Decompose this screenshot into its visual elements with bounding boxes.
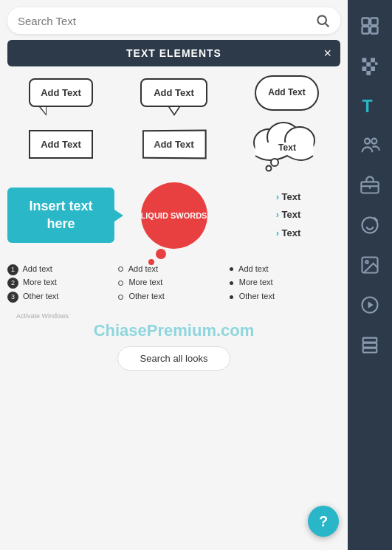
- cloud-svg: Text: [247, 117, 328, 172]
- list-numbered-item-3: 3 Other text: [7, 289, 118, 303]
- sidebar-icon-video[interactable]: [351, 286, 388, 323]
- list-numbered[interactable]: 1 Add text 2 More text 3 Other text: [7, 262, 118, 303]
- watermark-text: ChiasePremium.com: [13, 321, 334, 340]
- bubble-cell-1-1: Add Text: [7, 78, 114, 107]
- speech-bubble-left[interactable]: Add Text: [29, 78, 93, 107]
- sidebar-icon-grid[interactable]: [351, 7, 388, 44]
- svg-rect-4: [362, 58, 367, 63]
- search-bar: [7, 7, 340, 34]
- list-solid[interactable]: Add text More text Other text: [230, 262, 340, 303]
- bubble-cell-2-3: Text: [233, 117, 340, 172]
- main-content: TEXT ELEMENTS × Add Text Add Text: [0, 0, 348, 550]
- sidebar-icon-tools[interactable]: [351, 167, 388, 204]
- svg-text:Text: Text: [278, 142, 296, 153]
- bubble-cell-3-1: Insert text here: [7, 175, 114, 256]
- search-button[interactable]: [315, 13, 330, 28]
- svg-rect-0: [362, 18, 369, 25]
- close-button[interactable]: ×: [323, 47, 331, 60]
- sidebar-icon-pattern[interactable]: [351, 47, 388, 84]
- sidebar-icon-group[interactable]: [351, 127, 388, 164]
- svg-point-24: [317, 16, 326, 24]
- num-2: 2: [7, 278, 18, 289]
- list-hollow[interactable]: Add text More text Other text: [118, 262, 229, 303]
- list-solid-item-1: Add text: [230, 262, 340, 276]
- svg-text:T: T: [362, 97, 373, 116]
- bottom-search: Search all looks: [7, 342, 340, 375]
- section-header: TEXT ELEMENTS ×: [7, 40, 340, 66]
- num-3: 3: [7, 292, 18, 303]
- svg-rect-10: [366, 71, 371, 75]
- sidebar-icon-gallery[interactable]: [351, 247, 388, 283]
- bubble-cell-2-1: Add Text: [7, 130, 114, 159]
- bubble-cell-1-3: Add Text: [233, 75, 340, 111]
- speech-bubble-bottom[interactable]: Add Text: [140, 78, 207, 107]
- list-solid-item-2: More text: [230, 275, 340, 289]
- speech-bubble-cloud[interactable]: Text: [247, 117, 328, 172]
- svg-rect-5: [371, 58, 375, 63]
- bullet-list-item-2: › Text: [276, 206, 301, 224]
- bullet-list-item-3: › Text: [276, 224, 301, 243]
- bubble-cell-3-3: › Text › Text › Text: [233, 175, 340, 256]
- bubble-row-1: Add Text Add Text Add Text: [7, 75, 340, 111]
- list-solid-item-3: Other text: [230, 289, 340, 303]
- svg-point-33: [266, 165, 271, 171]
- svg-point-13: [371, 139, 376, 144]
- search-input[interactable]: [18, 15, 315, 27]
- sidebar-icon-sticker[interactable]: [351, 207, 388, 244]
- svg-rect-2: [362, 27, 369, 33]
- list-hollow-item-2: More text: [118, 275, 229, 289]
- svg-rect-6: [366, 62, 371, 66]
- svg-rect-7: [375, 62, 378, 65]
- right-sidebar: T: [348, 0, 392, 550]
- sidebar-icon-layers[interactable]: [351, 326, 388, 363]
- list-hollow-item-1: Add text: [118, 262, 229, 276]
- bubble-teal[interactable]: Insert text here: [7, 188, 114, 243]
- hollow-dot-2: [118, 281, 123, 286]
- svg-marker-20: [368, 301, 374, 308]
- svg-point-12: [365, 139, 370, 144]
- solid-dot-3: [230, 295, 233, 299]
- bubble-row-3: Insert text here LIQUID SWORDS › Text › …: [7, 175, 340, 256]
- svg-rect-23: [363, 348, 377, 353]
- svg-rect-22: [363, 343, 377, 348]
- search-all-button[interactable]: Search all looks: [117, 346, 231, 371]
- bubble-row-2: Add Text Add Text: [7, 117, 340, 172]
- svg-rect-8: [362, 66, 367, 71]
- hollow-dot-3: [118, 295, 123, 300]
- svg-point-18: [365, 261, 368, 264]
- svg-point-32: [271, 159, 278, 166]
- list-row: 1 Add text 2 More text 3 Other text Add …: [7, 262, 340, 303]
- bubble-circle-red-text: LIQUID SWORDS: [141, 211, 207, 220]
- bubble-cell-1-2: Add Text: [120, 78, 227, 107]
- bubble-circle-red[interactable]: LIQUID SWORDS: [141, 182, 207, 249]
- hollow-dot-1: [118, 267, 123, 272]
- list-numbered-item-1: 1 Add text: [7, 262, 118, 276]
- svg-rect-9: [371, 66, 375, 71]
- solid-dot-2: [230, 281, 233, 285]
- bubble-cell-2-2: Add Text: [120, 130, 227, 159]
- speech-bubble-left-tail-inner: [41, 107, 46, 114]
- speech-bubble-left-text: Add Text: [29, 78, 93, 107]
- svg-rect-21: [363, 338, 377, 343]
- svg-rect-3: [371, 27, 377, 33]
- svg-point-16: [362, 218, 378, 233]
- speech-bubble-bottom-tail-inner: [170, 107, 179, 114]
- elements-grid: Add Text Add Text Add Text Add Text: [0, 72, 348, 550]
- solid-dot-1: [230, 267, 233, 271]
- sidebar-icon-text[interactable]: T: [351, 87, 388, 124]
- bubble-cell-3-2: LIQUID SWORDS: [120, 175, 227, 256]
- activate-text: Activate Windows: [13, 312, 334, 320]
- watermark-container: Activate Windows ChiasePremium.com: [7, 309, 340, 342]
- speech-bubble-simple[interactable]: Add Text: [29, 130, 93, 159]
- svg-rect-1: [371, 18, 377, 25]
- speech-bubble-slant[interactable]: Add Text: [142, 129, 206, 159]
- help-button[interactable]: ?: [308, 506, 339, 537]
- bullet-list-item-1: › Text: [276, 188, 301, 207]
- bullet-list[interactable]: › Text › Text › Text: [273, 188, 301, 243]
- section-title: TEXT ELEMENTS: [126, 47, 221, 59]
- speech-bubble-rounded[interactable]: Add Text: [255, 75, 318, 111]
- num-1: 1: [7, 264, 18, 275]
- list-numbered-item-2: 2 More text: [7, 275, 118, 289]
- speech-bubble-bottom-text: Add Text: [140, 78, 207, 107]
- svg-line-25: [326, 24, 329, 27]
